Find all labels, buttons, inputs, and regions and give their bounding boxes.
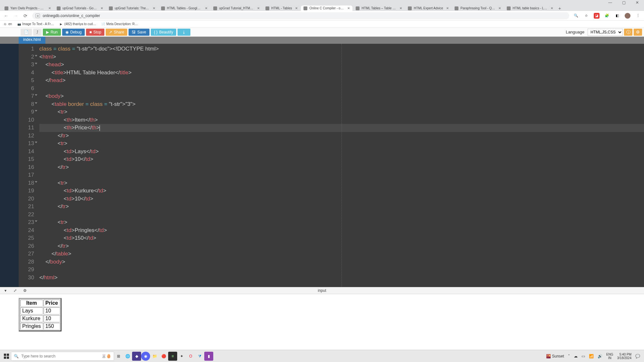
bookmark-item[interactable]: 📷Image To Text - A Fr…: [17, 22, 54, 26]
taskbar-app-files[interactable]: 📁: [150, 352, 159, 361]
taskbar-app-chrome[interactable]: 🔴: [159, 352, 168, 361]
browser-tab[interactable]: HTML - Tables✕: [263, 5, 300, 11]
chrome-menu-icon[interactable]: ⋮: [635, 13, 641, 19]
tray-notifications-icon[interactable]: 💬: [635, 354, 640, 358]
browser-tab[interactable]: Paraphrasing Tool - Quill✕: [452, 5, 504, 11]
browser-tab[interactable]: Yarn Owls Projects - Goog✕: [2, 5, 53, 11]
line-number[interactable]: 27: [19, 250, 34, 258]
fold-icon[interactable]: [35, 55, 37, 57]
close-window-button[interactable]: ✕: [635, 0, 639, 5]
browser-tab[interactable]: HTML Tables - Google Do✕: [159, 5, 210, 11]
tray-wifi-icon[interactable]: 📶: [589, 354, 594, 358]
line-number[interactable]: 19: [19, 187, 34, 195]
line-number[interactable]: 23: [19, 218, 34, 227]
weather-widget[interactable]: 🌇 Sunset: [546, 354, 564, 358]
fold-icon[interactable]: [35, 110, 37, 112]
reload-button[interactable]: ⟳: [23, 13, 28, 18]
line-number[interactable]: 28: [19, 258, 34, 266]
tab-close-icon[interactable]: ✕: [446, 6, 449, 10]
line-number[interactable]: 15: [19, 155, 34, 163]
line-number[interactable]: 17: [19, 171, 34, 179]
tab-close-icon[interactable]: ✕: [498, 6, 501, 10]
expand-icon[interactable]: ⤢: [13, 288, 17, 293]
tab-close-icon[interactable]: ✕: [48, 6, 51, 10]
browser-tab[interactable]: HTML table basics - Learn✕: [504, 5, 556, 11]
line-number[interactable]: 4: [19, 69, 34, 77]
line-number[interactable]: 20: [19, 195, 34, 203]
help-button[interactable]: ⓘ: [624, 29, 632, 36]
beautify-button[interactable]: { }Beautify: [151, 29, 177, 36]
tray-battery-icon[interactable]: ▭: [582, 354, 585, 358]
fold-icon[interactable]: [35, 181, 37, 183]
line-number[interactable]: 12: [19, 132, 34, 140]
line-number[interactable]: 13: [19, 140, 34, 148]
code-content[interactable]: class = class = "t-str">"t-doc"><!DOCTYP…: [37, 44, 644, 287]
tab-close-icon[interactable]: ✕: [205, 6, 207, 10]
line-number[interactable]: 8: [19, 100, 34, 108]
taskbar-app-copilot[interactable]: ✦: [177, 352, 186, 361]
tray-volume-icon[interactable]: 🔊: [598, 354, 602, 358]
upload-button[interactable]: ⤴: [33, 29, 42, 36]
maximize-button[interactable]: ▢: [621, 0, 626, 5]
start-button[interactable]: [2, 352, 11, 361]
back-button[interactable]: ←: [3, 13, 9, 18]
browser-tab[interactable]: HTML Tables – Table Tuto✕: [353, 5, 405, 11]
line-number[interactable]: 22: [19, 211, 34, 219]
forward-button[interactable]: →: [13, 13, 19, 18]
browser-tab[interactable]: upGrad Tutorials: The Ult✕: [106, 5, 158, 11]
tab-close-icon[interactable]: ✕: [153, 6, 155, 10]
new-file-button[interactable]: 📄: [21, 29, 32, 36]
task-view-button[interactable]: ⊞: [114, 352, 123, 361]
line-number[interactable]: 9: [19, 108, 34, 116]
omnibox[interactable]: ≡ onlinegdb.com/online_c_compiler: [32, 12, 569, 19]
settings-button[interactable]: ⚙: [634, 29, 642, 36]
line-number[interactable]: 7: [19, 92, 34, 100]
save-button[interactable]: 🖫Save: [129, 29, 149, 36]
line-number[interactable]: 14: [19, 148, 34, 156]
taskbar-app-discord[interactable]: ◉: [141, 352, 150, 361]
line-number[interactable]: 29: [19, 266, 34, 274]
line-number[interactable]: 25: [19, 234, 34, 242]
bookmark-item[interactable]: ▶(482) thaniya to cud…: [59, 22, 96, 26]
zoom-icon[interactable]: 🔍: [573, 13, 579, 19]
line-number[interactable]: 6: [19, 85, 34, 93]
tab-close-icon[interactable]: ✕: [295, 6, 298, 10]
code-editor[interactable]: 1234567891011121314151617181920212223242…: [19, 44, 644, 287]
line-number[interactable]: 5: [19, 77, 34, 85]
taskbar-app-vscode[interactable]: ⧩: [195, 352, 204, 361]
new-tab-button[interactable]: +: [556, 6, 563, 11]
file-tab-index[interactable]: index.html: [19, 37, 45, 44]
fold-icon[interactable]: [35, 63, 37, 64]
taskbar-search[interactable]: 🔍 Type here to search 🐰🥚: [11, 352, 114, 361]
tab-close-icon[interactable]: ✕: [101, 6, 103, 10]
tray-language[interactable]: ENGIN: [606, 353, 613, 360]
tab-close-icon[interactable]: ✕: [551, 6, 553, 10]
extension-adblock-icon[interactable]: ◪: [594, 13, 600, 19]
taskbar-app-misc[interactable]: ▮: [204, 352, 213, 361]
collapse-icon[interactable]: ▾: [3, 288, 8, 293]
line-number[interactable]: 2: [19, 53, 34, 61]
taskbar-app-edge[interactable]: 🌐: [123, 352, 132, 361]
line-number[interactable]: 1: [19, 45, 34, 53]
taskbar-app-obsidian[interactable]: ◆: [132, 352, 141, 361]
line-number[interactable]: 18: [19, 179, 34, 187]
line-number[interactable]: 10: [19, 116, 34, 124]
fold-icon[interactable]: [35, 94, 37, 96]
side-panel-icon[interactable]: ◧: [614, 13, 620, 19]
tab-close-icon[interactable]: ✕: [399, 6, 402, 10]
line-number[interactable]: 3: [19, 61, 34, 69]
download-button[interactable]: ⭳: [178, 29, 190, 36]
bookmark-star-icon[interactable]: ☆: [583, 13, 589, 19]
language-select[interactable]: HTML,JS,CSS: [588, 29, 623, 36]
browser-tab[interactable]: Online C Compiler - onlin✕: [301, 5, 352, 11]
bookmark-item[interactable]: 📄Meta Description: R…: [101, 22, 138, 26]
stop-button[interactable]: ■Stop: [86, 29, 104, 36]
line-number[interactable]: 21: [19, 203, 34, 211]
tray-chevron-icon[interactable]: ˄: [568, 354, 570, 358]
debug-button[interactable]: ◉Debug: [62, 29, 85, 36]
site-info-icon[interactable]: ≡: [35, 14, 40, 18]
fold-icon[interactable]: [35, 220, 37, 222]
tray-onedrive-icon[interactable]: ☁: [574, 354, 578, 358]
browser-tab[interactable]: upGrad Tutorial_HTML Ta✕: [211, 5, 262, 11]
extensions-icon[interactable]: 🧩: [604, 13, 610, 19]
